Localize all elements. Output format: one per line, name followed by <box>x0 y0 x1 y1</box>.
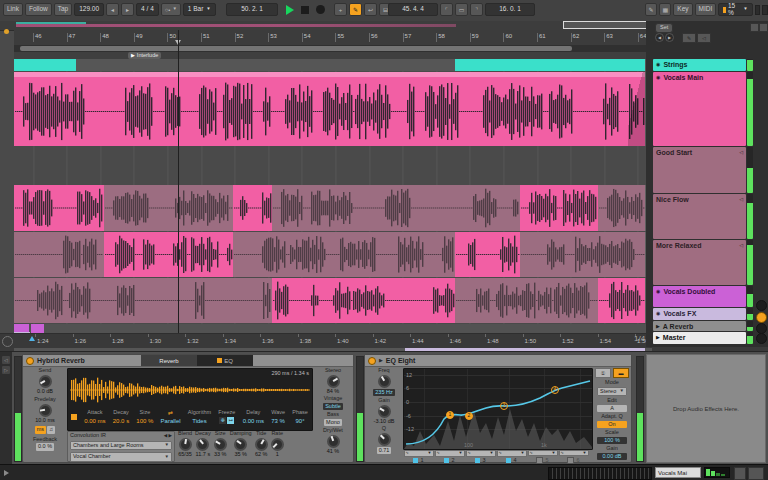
stop-button[interactable] <box>301 6 309 14</box>
loop-brace[interactable] <box>20 46 572 51</box>
feedback-field[interactable]: 0.0 % <box>36 443 54 451</box>
scale-field[interactable]: 100 % <box>597 437 627 445</box>
filter-shape-dropdown[interactable]: ∿▼ <box>528 450 558 456</box>
take-lane-clip[interactable] <box>598 278 645 323</box>
eq-node-2[interactable]: 2 <box>465 412 473 420</box>
track-header-good-start[interactable]: Good Start◁ <box>653 147 746 193</box>
key-map-button[interactable]: Key <box>673 3 692 16</box>
punch-in-button[interactable]: ⌜ <box>440 3 453 16</box>
overview-mini-widget[interactable] <box>548 467 652 480</box>
take-lane-clip[interactable] <box>520 232 645 277</box>
sync-toggle[interactable]: ♫ <box>47 426 55 434</box>
track-header-nice-flow[interactable]: Nice Flow◁ <box>653 194 746 239</box>
selected-track-box[interactable]: Vocals Mai <box>655 467 701 478</box>
take-lane-clip[interactable] <box>598 185 645 231</box>
freeze-icon[interactable]: ❉ <box>219 417 226 424</box>
nudge-up-button[interactable]: ▸ <box>121 3 134 16</box>
tempo-follow-button[interactable]: Follow <box>25 3 52 16</box>
arrangement-position-field[interactable]: 50. 2. 1 <box>226 3 278 16</box>
midi-overdub-button[interactable]: + <box>334 3 347 16</box>
freq-value[interactable]: 235 Hz <box>373 389 394 397</box>
preview-headphone-button[interactable] <box>756 312 767 323</box>
algorithm-selector[interactable]: AlgorithmTides <box>188 410 211 424</box>
track-header-vocals-doubled[interactable]: ◉Vocals Doubled <box>653 286 746 307</box>
show-clip-tab[interactable]: ◁ <box>2 356 10 364</box>
attack-toggle[interactable] <box>71 414 77 420</box>
track-state-icon[interactable]: ◉ <box>656 289 660 294</box>
midi-map-button[interactable]: MIDI <box>695 3 717 16</box>
time-signature-field[interactable]: 4 / 4 <box>136 3 159 16</box>
tide-knob-cell[interactable]: Tide62 % <box>255 431 268 462</box>
info-view-toggle[interactable] <box>4 470 9 476</box>
show-device-tab[interactable]: ▷ <box>2 366 10 374</box>
reenable-automation-button[interactable]: ↩ <box>364 3 377 16</box>
take-lane-clip[interactable] <box>520 185 598 231</box>
prev-locator-button[interactable]: ◀ <box>655 33 664 42</box>
size-param[interactable]: Size100 % <box>136 410 153 424</box>
device-on-toggle[interactable] <box>368 357 376 365</box>
decay2-knob-cell[interactable]: Decay11.7 s <box>195 431 211 462</box>
track-header-strings[interactable]: ◉Strings <box>653 59 746 71</box>
take-lane-clip[interactable] <box>455 278 598 323</box>
take-lane-clip[interactable] <box>455 232 520 277</box>
loop-length-field[interactable]: 16. 0. 1 <box>485 3 535 16</box>
strings-clip[interactable] <box>455 59 645 71</box>
track-state-icon[interactable]: ◉ <box>656 62 660 67</box>
locator-interlude[interactable]: ▶ Interlude <box>128 52 161 59</box>
tab-reverb[interactable]: Reverb <box>141 355 197 366</box>
strings-clip[interactable] <box>14 59 76 71</box>
cpu-meter[interactable]: 15 % ▼ <box>718 3 752 16</box>
eq-band-2[interactable]: ∿▼2 <box>434 450 465 463</box>
phase-param[interactable]: Phase90° <box>292 410 308 424</box>
eq-enable-toggle[interactable] <box>217 358 222 363</box>
stereo-knob[interactable] <box>327 375 340 388</box>
eq-eight-header[interactable]: ▶ EQ Eight <box>365 355 631 367</box>
take-lane-clip[interactable] <box>14 278 272 323</box>
q-value[interactable]: 0.71 <box>377 447 392 455</box>
attack-param[interactable]: Attack0.00 ms <box>84 410 105 424</box>
take-lane-clip[interactable] <box>233 185 272 231</box>
mode-dropdown[interactable]: Stereo▼ <box>597 387 627 397</box>
panel-toggle2-icon[interactable] <box>759 23 768 32</box>
track-state-icon[interactable]: ◉ <box>656 311 660 316</box>
next-locator-button[interactable]: ▶ <box>665 33 674 42</box>
play-icon[interactable]: ▶ <box>656 324 660 329</box>
freeze-in-icon[interactable]: ↦ <box>227 417 234 424</box>
vocals-main-clip[interactable] <box>14 72 645 146</box>
band-enable-toggle[interactable] <box>506 458 511 463</box>
filter-shape-dropdown[interactable]: ∿▼ <box>466 450 496 457</box>
rate-knob-cell[interactable]: Rate1 <box>271 431 284 462</box>
loop-button[interactable]: ▭ <box>455 3 468 16</box>
ir-category-dropdown[interactable]: Chambers and Large Rooms▼ <box>70 441 172 451</box>
blend-knob-cell[interactable]: Blend65/35 <box>178 431 192 462</box>
filter-shape-dropdown[interactable]: ∿▼ <box>404 450 434 457</box>
take-lane-clip[interactable] <box>233 232 455 277</box>
tap-tempo-button[interactable]: Tap <box>54 3 72 16</box>
panel-toggle-icon[interactable] <box>750 23 759 32</box>
preview-button-3[interactable] <box>756 333 767 344</box>
status-square-1[interactable] <box>734 467 746 480</box>
eq-band-5[interactable]: ∿▼5 <box>527 450 558 463</box>
take-lane-clip[interactable] <box>272 278 455 323</box>
device-drop-area[interactable]: Drop Audio Effects Here. <box>646 354 766 463</box>
play-icon[interactable]: ▶ <box>656 335 660 340</box>
punch-out-button[interactable]: ⌝ <box>470 3 483 16</box>
tab-eq[interactable]: EQ <box>197 355 253 366</box>
audition-headphone-button[interactable]: ① <box>595 368 611 378</box>
device-hybrid-reverb[interactable]: Hybrid Reverb Reverb EQ Send 0.0 dB Pred… <box>22 354 354 463</box>
link-button[interactable]: Link <box>3 3 23 16</box>
band-enable-toggle[interactable] <box>444 458 449 463</box>
bass-mono-button[interactable]: Mono <box>324 419 342 427</box>
freq-knob[interactable] <box>378 375 391 388</box>
wave-param[interactable]: Wave73 % <box>271 410 285 424</box>
device-eq-eight[interactable]: ▶ EQ Eight Freq 235 Hz Gain -3.10 dB Q 0… <box>364 354 632 463</box>
adaptive-q-toggle[interactable]: On <box>597 421 627 429</box>
band-enable-toggle[interactable] <box>475 458 480 463</box>
eq-band-6[interactable]: ∿▼6 <box>558 450 589 463</box>
time-ruler[interactable]: 1:241:261:281:301:321:341:361:381:401:42… <box>0 333 652 348</box>
nudge-down-button[interactable]: ◂ <box>106 3 119 16</box>
ir-file-dropdown[interactable]: Vocal Chamber▼ <box>70 452 172 462</box>
track-header-vocals-fx[interactable]: ◉Vocals FX <box>653 308 746 320</box>
eq-node-1[interactable]: 1 <box>446 411 454 419</box>
eq-curve-display[interactable]: 1260-6-121001k1234 <box>403 368 593 450</box>
